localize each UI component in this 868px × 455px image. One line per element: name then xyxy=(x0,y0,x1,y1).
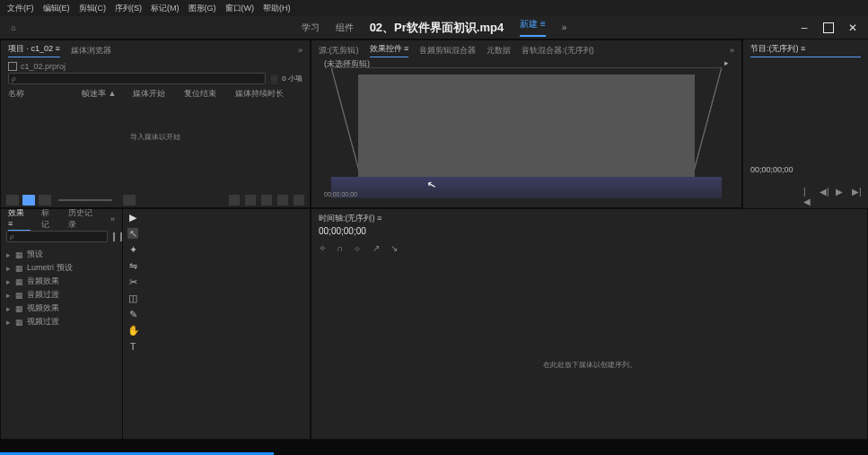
trash-icon[interactable] xyxy=(294,195,304,206)
item-count: 0 小项 xyxy=(282,74,302,83)
tab-program[interactable]: 节目:(无序列) ≡ xyxy=(750,43,861,57)
find-icon[interactable] xyxy=(245,195,256,206)
effects-tree: ▸▦预设 ▸▦Lumetri 预设 ▸▦音频效果 ▸▦音频过渡 ▸▦视频效果 ▸… xyxy=(1,246,122,330)
go-to-in-icon[interactable]: |◀ xyxy=(803,187,812,196)
track-select-tool-icon[interactable]: ✦ xyxy=(127,244,138,255)
source-panel: 源:(无剪辑) 效果控件 ≡ 音频剪辑混合器 元数据 音轨混合器:(无序列) »… xyxy=(311,39,742,208)
step-back-icon[interactable]: ◀| xyxy=(820,187,829,196)
icon-view-icon[interactable] xyxy=(22,195,35,206)
tab-markers[interactable]: 标记 xyxy=(41,207,57,231)
tab-effects[interactable]: 效果 ≡ xyxy=(8,207,31,231)
project-file-row: c1_02.prproj xyxy=(8,62,302,71)
program-timecode: 00;00;00;00 xyxy=(750,165,861,174)
menu-help[interactable]: 帮助(H) xyxy=(263,3,291,14)
col-name[interactable]: 名称 xyxy=(8,88,80,100)
workspace-overflow-icon[interactable]: » xyxy=(562,22,567,32)
col-framerate[interactable]: 帧速率 ▲ xyxy=(82,88,131,100)
fx-badge-icon[interactable] xyxy=(113,232,115,241)
project-action-icons xyxy=(229,195,304,206)
tab-effect-controls[interactable]: 效果控件 ≡ xyxy=(370,43,409,57)
timeline-panel: 时间轴:(无序列) ≡ 00;00;00;00 ✧ ∩ ⟐ ↗ ↘ 在此处放下媒… xyxy=(311,208,868,440)
window-minimize[interactable]: – xyxy=(798,22,811,34)
tab-project[interactable]: 项目 · c1_02 ≡ xyxy=(8,43,60,57)
tab-timeline[interactable]: 时间轴:(无序列) ≡ xyxy=(319,213,381,224)
linked-selection-icon[interactable]: ∩ xyxy=(337,243,347,254)
col-media-start[interactable]: 媒体开始 xyxy=(133,88,182,100)
window-close[interactable]: ✕ xyxy=(846,22,859,34)
menu-clip[interactable]: 剪辑(C) xyxy=(79,3,107,14)
selection-tool-icon[interactable]: ↖ xyxy=(127,228,138,239)
zoom-slider[interactable] xyxy=(58,199,112,201)
hand-tool-icon[interactable]: ✋ xyxy=(127,325,138,336)
ripple-edit-tool-icon[interactable]: ⇋ xyxy=(127,260,138,271)
effects-panel: 效果 ≡ 标记 历史记录 » ▸▦预设 ▸▦Lumetri 预设 ▸▦音频效果 … xyxy=(1,209,123,439)
effects-folder-video-trans[interactable]: ▸▦视频过渡 xyxy=(6,315,117,328)
effects-folder-video-fx[interactable]: ▸▦视频效果 xyxy=(6,302,117,315)
tools-panel: ▶ ↖ ✦ ⇋ ✂ ◫ ✎ ✋ T xyxy=(123,209,143,439)
add-marker-icon[interactable]: ⟐ xyxy=(355,243,365,254)
timeline-empty-hint: 在此处放下媒体以创建序列。 xyxy=(319,360,860,370)
timeline-timecode[interactable]: 00;00;00;00 xyxy=(319,226,860,236)
menu-marker[interactable]: 标记(M) xyxy=(151,3,180,14)
menu-window[interactable]: 窗口(W) xyxy=(225,3,255,14)
lower-left-area: 效果 ≡ 标记 历史记录 » ▸▦预设 ▸▦Lumetri 预设 ▸▦音频效果 … xyxy=(0,208,311,440)
tab-audio-track-mixer[interactable]: 音轨混合器:(无序列) xyxy=(522,45,594,57)
viewer-3d-area xyxy=(331,67,722,198)
wrench-icon[interactable]: ↘ xyxy=(390,243,401,254)
effects-folder-audio-fx[interactable]: ▸▦音频效果 xyxy=(6,275,117,288)
program-panel: 节目:(无序列) ≡ 00;00;00;00 |◀ ◀| ▶ ▶| xyxy=(742,39,868,208)
effects-search-input[interactable] xyxy=(6,231,108,242)
project-icon xyxy=(8,62,17,71)
list-view-icon[interactable] xyxy=(6,195,19,206)
slip-tool-icon[interactable]: ◫ xyxy=(127,293,138,303)
project-search-input[interactable] xyxy=(8,73,266,84)
panel-overflow-icon[interactable]: » xyxy=(298,46,302,55)
razor-tool-icon[interactable]: ✂ xyxy=(127,276,138,287)
menu-file[interactable]: 文件(F) xyxy=(7,3,34,14)
source-timecode: 00;00;00;00 xyxy=(324,191,357,197)
menu-edit[interactable]: 编辑(E) xyxy=(43,3,70,14)
auto-sequence-icon[interactable] xyxy=(229,195,240,206)
tab-metadata[interactable]: 元数据 xyxy=(487,45,511,57)
sort-icon[interactable] xyxy=(123,195,136,206)
project-empty-hint: 导入媒体以开始 xyxy=(8,132,302,142)
project-filename: c1_02.prproj xyxy=(21,62,66,71)
menu-graphics[interactable]: 图形(G) xyxy=(189,3,216,14)
window-title: 02、Pr软件界面初识.mp4 xyxy=(370,20,504,36)
video-player-bar xyxy=(0,440,868,455)
effects-folder-presets[interactable]: ▸▦预设 xyxy=(6,248,117,261)
effects-folder-audio-trans[interactable]: ▸▦音频过渡 xyxy=(6,288,117,302)
play-icon[interactable]: ▶ xyxy=(836,187,845,196)
fx-badge-icon[interactable] xyxy=(120,232,122,241)
home-icon[interactable]: ⌂ xyxy=(0,23,27,32)
project-column-header: 名称 帧速率 ▲ 媒体开始 复位结束 媒体持续时长 xyxy=(8,88,302,100)
step-forward-icon[interactable]: ▶| xyxy=(852,187,861,196)
tl-settings-icon[interactable]: ↗ xyxy=(373,243,383,254)
play-head-icon[interactable]: ▶ xyxy=(127,212,138,223)
svg-line-1 xyxy=(331,67,361,177)
pen-tool-icon[interactable]: ✎ xyxy=(127,309,138,319)
col-media-end[interactable]: 复位结束 xyxy=(184,88,233,100)
workspace-bar: ⌂ 学习 组件 02、Pr软件界面初识.mp4 新建 ≡ » – ✕ xyxy=(0,16,868,39)
new-bin-icon[interactable] xyxy=(261,195,272,206)
workspace-tab-component[interactable]: 组件 xyxy=(336,22,354,34)
workspace-tab-learn[interactable]: 学习 xyxy=(302,22,320,34)
tab-audio-clip-mixer[interactable]: 音频剪辑混合器 xyxy=(419,45,476,57)
new-item-icon[interactable] xyxy=(277,195,288,206)
effects-folder-lumetri[interactable]: ▸▦Lumetri 预设 xyxy=(6,261,117,275)
bin-icon[interactable]: ░ xyxy=(271,74,276,83)
panel-overflow-icon[interactable]: » xyxy=(730,46,734,55)
tab-history[interactable]: 历史记录 xyxy=(68,207,100,231)
snap-icon[interactable]: ✧ xyxy=(319,243,329,254)
window-maximize[interactable] xyxy=(823,22,834,33)
type-tool-icon[interactable]: T xyxy=(127,341,138,352)
freeform-view-icon[interactable] xyxy=(39,195,51,206)
col-duration[interactable]: 媒体持续时长 xyxy=(235,88,298,100)
workspace-tab-new[interactable]: 新建 ≡ xyxy=(520,18,546,37)
tab-source[interactable]: 源:(无剪辑) xyxy=(319,45,359,57)
panel-overflow-icon[interactable]: » xyxy=(110,214,115,223)
tab-media-browser[interactable]: 媒体浏览器 xyxy=(71,45,111,57)
project-panel: 项目 · c1_02 ≡ 媒体浏览器 » c1_02.prproj ░ 0 小项… xyxy=(0,39,311,208)
app-menu-bar: 文件(F) 编辑(E) 剪辑(C) 序列(S) 标记(M) 图形(G) 窗口(W… xyxy=(0,0,868,16)
menu-sequence[interactable]: 序列(S) xyxy=(115,3,142,14)
